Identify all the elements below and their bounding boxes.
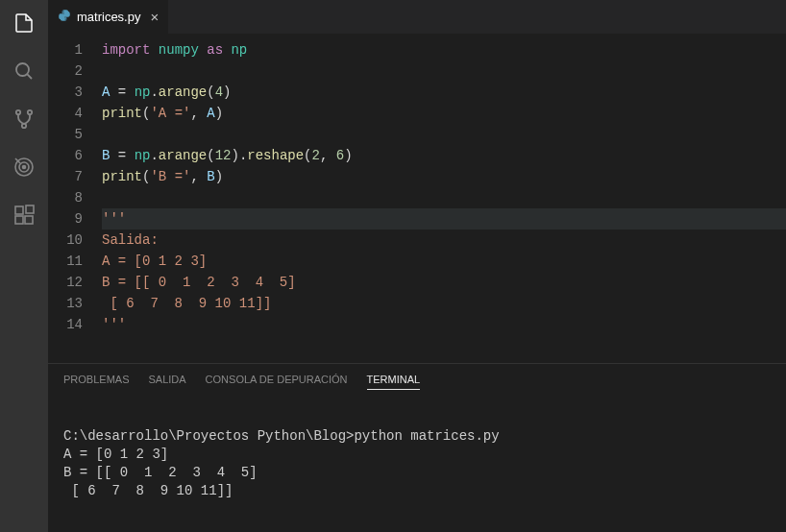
code-line[interactable]: print('B =', B): [102, 166, 786, 187]
svg-rect-11: [25, 216, 33, 224]
svg-point-3: [28, 110, 32, 114]
editor-tabs: matrices.py ×: [48, 0, 786, 34]
line-numbers: 1234567891011121314: [48, 39, 102, 363]
code-line[interactable]: print('A =', A): [102, 103, 786, 124]
line-number: 7: [48, 166, 83, 187]
svg-rect-12: [26, 206, 34, 213]
svg-point-2: [16, 110, 20, 114]
code-line[interactable]: [ 6 7 8 9 10 11]]: [102, 293, 786, 314]
tab-label: matrices.py: [77, 10, 140, 24]
line-number: 12: [48, 272, 83, 293]
code-line[interactable]: [102, 124, 786, 145]
svg-point-8: [23, 166, 26, 169]
code-line[interactable]: [102, 187, 786, 208]
code-line[interactable]: A = [0 1 2 3]: [102, 251, 786, 272]
activity-bar: [0, 0, 48, 532]
panel-tab-terminal[interactable]: TERMINAL: [367, 374, 421, 390]
code-line[interactable]: import numpy as np: [102, 39, 786, 60]
code-line[interactable]: Salida:: [102, 230, 786, 251]
explorer-icon[interactable]: [11, 10, 37, 36]
line-number: 5: [48, 124, 83, 145]
line-number: 14: [48, 314, 83, 335]
panel-tab-salida[interactable]: SALIDA: [148, 374, 185, 390]
line-number: 3: [48, 82, 83, 103]
code-line[interactable]: B = [[ 0 1 2 3 4 5]: [102, 272, 786, 293]
panel-tabs: PROBLEMASSALIDACONSOLA DE DEPURACIÓNTERM…: [48, 364, 786, 396]
panel-tab-problemas[interactable]: PROBLEMAS: [63, 374, 129, 390]
svg-point-0: [16, 63, 29, 76]
code-line[interactable]: [102, 60, 786, 82]
line-number: 8: [48, 187, 83, 208]
debug-icon[interactable]: [11, 154, 37, 181]
panel-tab-consola-de-depuración[interactable]: CONSOLA DE DEPURACIÓN: [206, 374, 348, 390]
terminal-output[interactable]: C:\desarrollo\Proyectos Python\Blog>pyth…: [48, 396, 786, 532]
tab-matrices[interactable]: matrices.py ×: [48, 0, 169, 34]
svg-line-1: [27, 74, 32, 79]
code-content[interactable]: import numpy as np A = np.arange(4)print…: [102, 39, 786, 363]
line-number: 10: [48, 230, 83, 251]
line-number: 2: [48, 60, 83, 82]
svg-rect-9: [15, 206, 23, 214]
extensions-icon[interactable]: [11, 202, 37, 229]
code-line[interactable]: ''': [102, 208, 786, 230]
code-editor[interactable]: 1234567891011121314 import numpy as np A…: [48, 34, 786, 363]
line-number: 1: [48, 39, 83, 60]
code-line[interactable]: ''': [102, 314, 786, 335]
main-area: matrices.py × 1234567891011121314 import…: [48, 0, 786, 532]
svg-rect-10: [15, 216, 23, 224]
line-number: 4: [48, 103, 83, 124]
line-number: 13: [48, 293, 83, 314]
code-line[interactable]: B = np.arange(12).reshape(2, 6): [102, 145, 786, 166]
search-icon[interactable]: [11, 58, 37, 85]
line-number: 9: [48, 208, 83, 230]
python-file-icon: [58, 9, 71, 25]
line-number: 6: [48, 145, 83, 166]
close-icon[interactable]: ×: [150, 9, 159, 25]
line-number: 11: [48, 251, 83, 272]
source-control-icon[interactable]: [11, 106, 37, 133]
bottom-panel: PROBLEMASSALIDACONSOLA DE DEPURACIÓNTERM…: [48, 363, 786, 532]
svg-point-4: [22, 124, 26, 128]
code-line[interactable]: A = np.arange(4): [102, 82, 786, 103]
